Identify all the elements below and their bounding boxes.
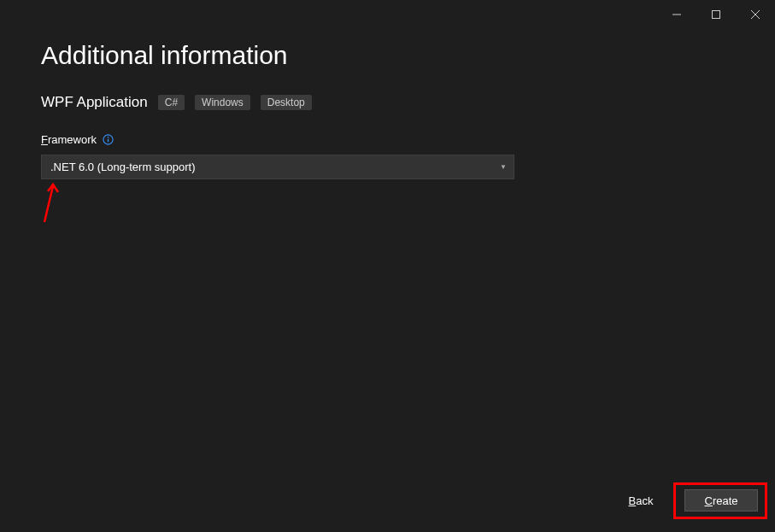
info-icon[interactable]: [102, 134, 114, 146]
svg-rect-1: [713, 11, 720, 19]
framework-dropdown[interactable]: .NET 6.0 (Long-term support) ▼: [41, 155, 514, 179]
back-button[interactable]: Back: [604, 489, 678, 512]
minimize-icon: [672, 10, 681, 19]
footer-buttons: Back Create: [604, 489, 758, 512]
page-title: Additional information: [41, 41, 734, 70]
maximize-button[interactable]: [696, 2, 736, 27]
tag-windows: Windows: [195, 95, 250, 110]
titlebar: [0, 0, 775, 27]
framework-label: Framework: [41, 133, 97, 146]
tag-csharp: C#: [158, 95, 185, 110]
minimize-button[interactable]: [657, 2, 696, 27]
framework-selected-value: .NET 6.0 (Long-term support): [50, 161, 196, 173]
close-button[interactable]: [736, 2, 775, 27]
svg-line-7: [44, 186, 53, 222]
annotation-arrow: [39, 181, 65, 224]
project-name: WPF Application: [41, 94, 148, 111]
svg-point-6: [107, 137, 109, 138]
create-button[interactable]: Create: [684, 489, 758, 512]
project-row: WPF Application C# Windows Desktop: [41, 94, 734, 111]
framework-label-row: Framework: [41, 133, 734, 146]
chevron-down-icon: ▼: [500, 163, 507, 171]
close-icon: [751, 10, 760, 19]
maximize-icon: [712, 10, 720, 19]
tag-desktop: Desktop: [261, 95, 312, 110]
content-area: Additional information WPF Application C…: [0, 27, 775, 179]
